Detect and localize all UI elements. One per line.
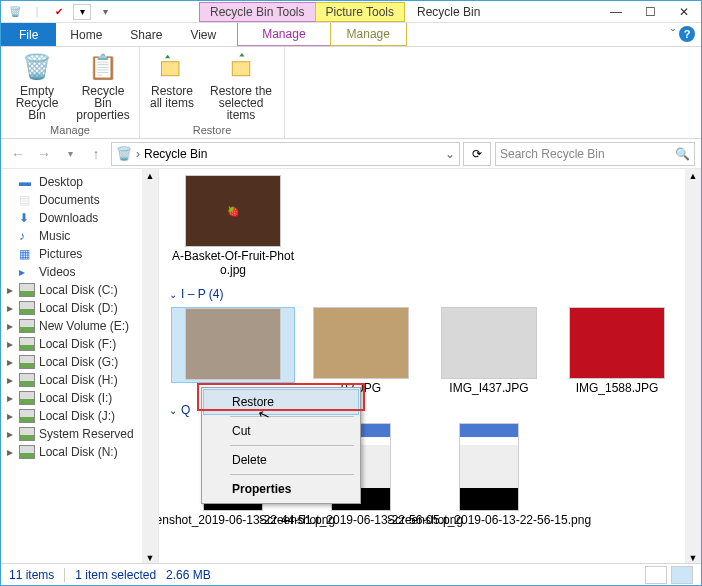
thumbnail	[185, 308, 281, 380]
restore-all-button[interactable]: Restore all items	[148, 51, 196, 122]
file-item[interactable]: Screenshot_2019-06-13-22-56-15.png	[427, 423, 551, 527]
tree-item[interactable]: ▸Local Disk (J:)	[1, 407, 158, 425]
expand-icon[interactable]: ▸	[5, 445, 15, 459]
tree-item[interactable]: ⬇Downloads	[1, 209, 158, 227]
restore-selected-button[interactable]: Restore the selected items	[206, 51, 276, 122]
ctx-cut[interactable]: Cut	[204, 419, 358, 443]
manage-pic-tab[interactable]: Manage	[330, 23, 407, 46]
scroll-down-icon[interactable]: ▼	[689, 553, 698, 563]
tree-item[interactable]: ▸Local Disk (F:)	[1, 335, 158, 353]
expand-icon[interactable]: ▸	[5, 391, 15, 405]
rb-properties-button[interactable]: 📋 Recycle Bin properties	[75, 51, 131, 122]
ctx-separator	[230, 416, 354, 417]
home-tab[interactable]: Home	[56, 23, 116, 46]
up-button[interactable]: ↑	[85, 143, 107, 165]
disk-icon	[19, 337, 35, 351]
folder-icon: ▬	[19, 175, 35, 189]
help-icon[interactable]: ?	[679, 26, 695, 42]
tree-item[interactable]: ▸Local Disk (N:)	[1, 443, 158, 461]
tree-item[interactable]: ▸Local Disk (I:)	[1, 389, 158, 407]
thumbnail	[569, 307, 665, 379]
tree-item[interactable]: ▤Documents	[1, 191, 158, 209]
qat-blank[interactable]: ▾	[73, 4, 91, 20]
tree-item[interactable]: ▸New Volume (E:)	[1, 317, 158, 335]
maximize-button[interactable]: ☐	[633, 1, 667, 23]
qat-dropdown-icon[interactable]: ▾	[97, 4, 113, 20]
manage-rb-tab[interactable]: Manage	[237, 23, 330, 46]
tree-item[interactable]: ♪Music	[1, 227, 158, 245]
tree-label: Local Disk (N:)	[39, 445, 118, 459]
file-item[interactable]: IMG_I437.JPG	[427, 307, 551, 395]
thumb-view-icon[interactable]	[671, 566, 693, 584]
expand-icon[interactable]: ▸	[5, 355, 15, 369]
tree-item[interactable]: ▸Local Disk (H:)	[1, 371, 158, 389]
ribbon-collapse-icon[interactable]: ˇ	[671, 28, 675, 42]
file-item[interactable]: 02.JPG	[299, 307, 423, 395]
restore-all-icon	[156, 51, 188, 83]
status-bar: 11 items 1 item selected 2.66 MB	[1, 563, 701, 585]
scroll-down-icon[interactable]: ▼	[146, 553, 155, 563]
content-pane[interactable]: 🍓 A-Basket-Of-Fruit-Photo.jpg ⌄ I – P (4…	[159, 169, 701, 565]
empty-recycle-bin-button[interactable]: 🗑️ Empty Recycle Bin	[9, 51, 65, 122]
status-selection: 1 item selected	[75, 568, 156, 582]
scroll-up-icon[interactable]: ▲	[689, 171, 698, 181]
group-header-ip[interactable]: ⌄ I – P (4)	[169, 287, 691, 301]
expand-icon[interactable]: ▸	[5, 319, 15, 333]
expand-icon[interactable]: ▸	[5, 427, 15, 441]
close-button[interactable]: ✕	[667, 1, 701, 23]
tree-item[interactable]: ▸Local Disk (D:)	[1, 299, 158, 317]
share-tab[interactable]: Share	[116, 23, 176, 46]
tree-item[interactable]: ▸System Reserved	[1, 425, 158, 443]
tree-item[interactable]: ▦Pictures	[1, 245, 158, 263]
disk-icon	[19, 319, 35, 333]
tree-label: Local Disk (G:)	[39, 355, 118, 369]
expand-icon[interactable]: ▸	[5, 337, 15, 351]
tree-item[interactable]: ▸Videos	[1, 263, 158, 281]
context-menu: Restore Cut Delete Properties ↖	[201, 387, 361, 504]
tree-item[interactable]: ▸Local Disk (G:)	[1, 353, 158, 371]
main-area: ▬Desktop▤Documents⬇Downloads♪Music▦Pictu…	[1, 169, 701, 565]
view-tab[interactable]: View	[176, 23, 230, 46]
tree-label: Desktop	[39, 175, 83, 189]
tree-scrollbar[interactable]: ▲ ▼	[142, 169, 158, 565]
expand-icon[interactable]: ▸	[5, 373, 15, 387]
refresh-button[interactable]: ⟳	[463, 142, 491, 166]
address-dropdown-icon[interactable]: ⌄	[445, 147, 455, 161]
file-item[interactable]: 🍓 A-Basket-Of-Fruit-Photo.jpg	[171, 175, 295, 277]
file-item[interactable]	[171, 307, 295, 383]
search-box[interactable]: Search Recycle Bin 🔍	[495, 142, 695, 166]
check-icon[interactable]: ✔	[51, 4, 67, 20]
ctx-properties[interactable]: Properties	[204, 477, 358, 501]
expand-icon[interactable]: ▸	[5, 409, 15, 423]
empty-rb-icon: 🗑️	[21, 51, 53, 83]
ctx-delete[interactable]: Delete	[204, 448, 358, 472]
tree-item[interactable]: ▬Desktop	[1, 173, 158, 191]
breadcrumb[interactable]: Recycle Bin	[144, 147, 207, 161]
group-ip: 02.JPGIMG_I437.JPGIMG_1588.JPG	[169, 305, 691, 397]
ctx-restore[interactable]: Restore	[203, 389, 359, 415]
scroll-up-icon[interactable]: ▲	[146, 171, 155, 181]
disk-icon	[19, 301, 35, 315]
thumbnail	[313, 307, 409, 379]
file-tab[interactable]: File	[1, 23, 56, 46]
rb-icon[interactable]: 🗑️	[7, 4, 23, 20]
disk-icon	[19, 427, 35, 441]
file-label: IMG_1588.JPG	[576, 381, 659, 395]
file-item[interactable]: IMG_1588.JPG	[555, 307, 679, 395]
search-icon: 🔍	[675, 147, 690, 161]
recent-dropdown[interactable]: ▾	[59, 143, 81, 165]
content-scrollbar[interactable]: ▲ ▼	[685, 169, 701, 565]
disk-icon	[19, 391, 35, 405]
back-button[interactable]: ←	[7, 143, 29, 165]
tree-label: Music	[39, 229, 70, 243]
address-bar[interactable]: 🗑️ › Recycle Bin ⌄	[111, 142, 460, 166]
minimize-button[interactable]: —	[599, 1, 633, 23]
nav-tree[interactable]: ▬Desktop▤Documents⬇Downloads♪Music▦Pictu…	[1, 169, 159, 565]
expand-icon[interactable]: ▸	[5, 301, 15, 315]
forward-button[interactable]: →	[33, 143, 55, 165]
details-view-icon[interactable]	[645, 566, 667, 584]
expand-icon[interactable]: ▸	[5, 283, 15, 297]
tree-item[interactable]: ▸Local Disk (C:)	[1, 281, 158, 299]
context-picture-tools: Picture Tools	[315, 2, 405, 22]
status-size: 2.66 MB	[166, 568, 211, 582]
